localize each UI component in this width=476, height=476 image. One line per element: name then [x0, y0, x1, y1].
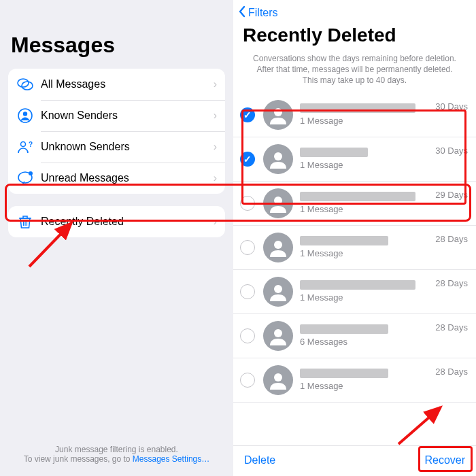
- footer-text-2: To view junk messages, go to Messages Se…: [8, 454, 225, 464]
- redacted-name: [300, 103, 415, 113]
- svg-point-4: [21, 142, 26, 147]
- chat-badge-icon: [16, 169, 34, 187]
- filter-label: Known Senders: [41, 109, 214, 122]
- redacted-name: [300, 369, 388, 378]
- selection-radio[interactable]: [240, 196, 255, 211]
- filter-known-senders[interactable]: Known Senders ›: [8, 100, 225, 131]
- delete-button[interactable]: Delete: [244, 454, 275, 466]
- conversation-row[interactable]: 1 Message28 Days: [233, 358, 476, 403]
- recently-deleted-group: Recently Deleted ›: [8, 206, 225, 237]
- svg-point-7: [29, 171, 33, 175]
- message-count: 1 Message: [300, 160, 430, 170]
- page-title: Recently Deleted: [233, 23, 476, 53]
- conversation-row[interactable]: 1 Message28 Days: [233, 270, 476, 314]
- selection-radio[interactable]: [240, 328, 255, 343]
- message-count: 1 Message: [300, 116, 430, 126]
- chevron-left-icon: [237, 5, 247, 20]
- selection-radio[interactable]: [240, 107, 255, 122]
- redacted-name: [300, 324, 388, 334]
- chevron-right-icon: ›: [214, 216, 217, 228]
- conversation-info: 6 Messages: [300, 324, 430, 347]
- conversation-info: 1 Message: [300, 280, 430, 303]
- filter-recently-deleted[interactable]: Recently Deleted ›: [8, 206, 225, 237]
- back-label: Filters: [248, 7, 278, 19]
- info-text: Conversations show the days remaining be…: [233, 53, 476, 93]
- chevron-right-icon: ›: [214, 172, 217, 184]
- days-remaining: 30 Days: [435, 144, 468, 156]
- redacted-name: [300, 148, 368, 157]
- trash-icon: [16, 213, 34, 231]
- avatar-icon: [263, 144, 293, 174]
- person-question-icon: ?: [16, 138, 34, 156]
- person-circle-icon: [16, 107, 34, 124]
- days-remaining: 28 Days: [435, 321, 468, 333]
- filter-label: Unknown Senders: [41, 141, 214, 153]
- days-remaining: 30 Days: [435, 100, 468, 112]
- svg-point-10: [274, 197, 282, 205]
- selection-radio[interactable]: [240, 240, 255, 255]
- filter-unknown-senders[interactable]: ? Unknown Senders ›: [8, 131, 225, 163]
- message-count: 1 Message: [300, 248, 430, 258]
- avatar-icon: [263, 233, 293, 262]
- junk-filter-footer: Junk message filtering is enabled. To vi…: [0, 445, 233, 464]
- svg-point-12: [274, 285, 282, 293]
- conversation-info: 1 Message: [300, 148, 430, 170]
- messages-settings-link[interactable]: Messages Settings…: [133, 454, 209, 464]
- conversation-row[interactable]: 1 Message30 Days: [233, 93, 476, 137]
- filter-label: Unread Messages: [41, 172, 214, 184]
- filter-all-messages[interactable]: All Messages ›: [8, 69, 225, 100]
- recover-button[interactable]: Recover: [424, 454, 465, 466]
- avatar-icon: [263, 277, 293, 307]
- conversation-row[interactable]: 1 Message30 Days: [233, 137, 476, 182]
- redacted-name: [300, 236, 388, 245]
- chevron-right-icon: ›: [214, 141, 217, 153]
- deleted-conversations-list: 1 Message30 Days1 Message30 Days1 Messag…: [233, 93, 476, 445]
- back-button[interactable]: Filters: [233, 0, 476, 23]
- message-count: 1 Message: [300, 204, 430, 214]
- message-count: 6 Messages: [300, 337, 430, 347]
- selection-radio[interactable]: [240, 152, 255, 167]
- filter-label: Recently Deleted: [41, 216, 214, 228]
- svg-point-13: [274, 329, 282, 337]
- avatar-icon: [263, 365, 293, 395]
- conversation-row[interactable]: 6 Messages28 Days: [233, 314, 476, 358]
- message-count: 1 Message: [300, 381, 430, 391]
- chevron-right-icon: ›: [214, 78, 217, 90]
- conversation-info: 1 Message: [300, 103, 430, 126]
- messages-filters-pane: Messages All Messages › Known Senders › …: [0, 0, 233, 476]
- svg-point-14: [274, 373, 282, 381]
- recently-deleted-pane: Filters Recently Deleted Conversations s…: [233, 0, 476, 476]
- filters-group: All Messages › Known Senders › ? Unknown…: [8, 69, 225, 194]
- avatar-icon: [263, 321, 293, 351]
- selection-radio[interactable]: [240, 373, 255, 388]
- days-remaining: 29 Days: [435, 188, 468, 200]
- avatar-icon: [263, 100, 293, 130]
- conversation-info: 1 Message: [300, 236, 430, 258]
- message-count: 1 Message: [300, 292, 430, 303]
- selection-radio[interactable]: [240, 284, 255, 299]
- conversation-info: 1 Message: [300, 192, 430, 214]
- chat-bubbles-icon: [16, 75, 34, 93]
- redacted-name: [300, 192, 415, 201]
- days-remaining: 28 Days: [435, 277, 468, 288]
- page-title: Messages: [0, 0, 233, 69]
- conversation-row[interactable]: 1 Message29 Days: [233, 182, 476, 226]
- filter-unread-messages[interactable]: Unread Messages ›: [8, 163, 225, 194]
- conversation-info: 1 Message: [300, 369, 430, 391]
- svg-point-11: [274, 241, 282, 249]
- bottom-toolbar: Delete Recover: [233, 445, 476, 476]
- days-remaining: 28 Days: [435, 233, 468, 244]
- footer-text-1: Junk message filtering is enabled.: [8, 445, 225, 454]
- filter-label: All Messages: [41, 78, 214, 90]
- conversation-row[interactable]: 1 Message28 Days: [233, 226, 476, 270]
- days-remaining: 28 Days: [435, 365, 468, 377]
- avatar-icon: [263, 188, 293, 218]
- chevron-right-icon: ›: [214, 109, 217, 122]
- svg-text:?: ?: [29, 141, 33, 148]
- redacted-name: [300, 280, 415, 290]
- svg-point-3: [23, 112, 27, 116]
- svg-point-8: [274, 108, 282, 116]
- svg-point-9: [274, 152, 282, 160]
